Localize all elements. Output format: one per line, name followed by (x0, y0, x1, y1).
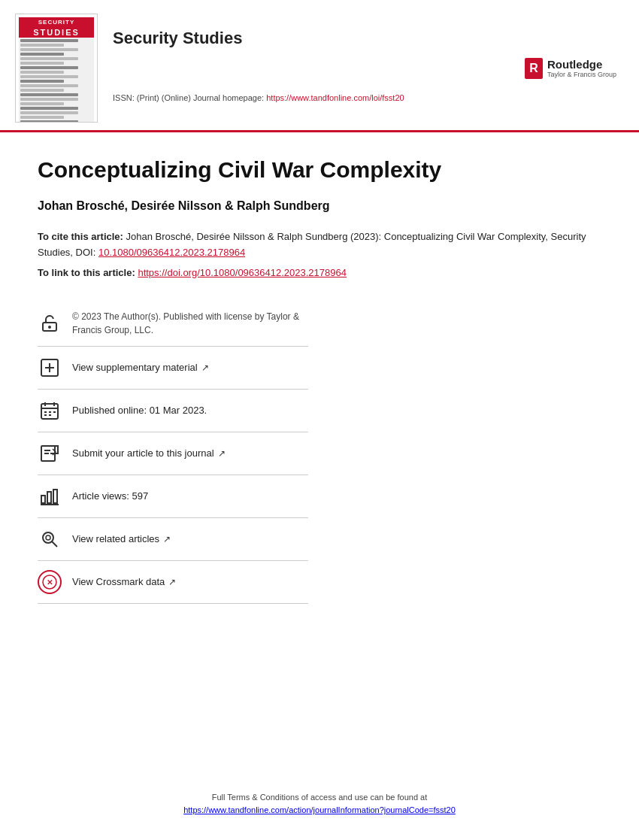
submit-icon (38, 441, 62, 465)
citation-block: To cite this article: Johan Brosché, Des… (38, 229, 601, 261)
info-section: © 2023 The Author(s). Published with lic… (38, 301, 308, 604)
header-center: Security Studies ISSN: (Print) (Online) … (113, 29, 404, 108)
supplementary-material-item[interactable]: View supplementary material ↗ (38, 347, 308, 390)
calendar-icon (38, 399, 62, 423)
journal-title: Security Studies (113, 29, 404, 48)
open-access-item: © 2023 The Author(s). Published with lic… (38, 301, 308, 347)
article-doi-link[interactable]: https://doi.org/10.1080/09636412.2023.21… (138, 267, 347, 278)
crossmark-icon: ✕ (38, 570, 62, 594)
link-to-article: To link to this article: https://doi.org… (38, 267, 601, 278)
page-header: SECURITY STUDIES (0, 0, 639, 132)
taylor-francis-label: Taylor & Francis Group (547, 71, 616, 78)
svg-rect-18 (47, 492, 51, 503)
supplementary-icon (38, 356, 62, 380)
crossmark-text: View Crossmark data ↗ (72, 576, 176, 587)
header-left: SECURITY STUDIES (15, 14, 404, 123)
footer-line2: https://www.tandfonline.com/action/journ… (0, 804, 639, 817)
crossmark-item[interactable]: ✕ View Crossmark data ↗ (38, 561, 308, 604)
svg-point-1 (49, 326, 50, 328)
supplementary-text: View supplementary material ↗ (72, 362, 209, 373)
related-articles-item[interactable]: View related articles ↗ (38, 518, 308, 561)
r-brand-icon: R (525, 58, 543, 79)
external-link-icon-4: ↗ (168, 577, 176, 587)
journal-cover-image: SECURITY STUDIES (15, 14, 98, 123)
routledge-brand-name: Routledge (547, 58, 616, 71)
svg-text:✕: ✕ (47, 578, 53, 587)
external-link-icon-2: ↗ (218, 448, 226, 459)
submit-article-item[interactable]: Submit your article to this journal ↗ (38, 432, 308, 475)
article-views-item: Article views: 597 (38, 475, 308, 518)
footer-line1: Full Terms & Conditions of access and us… (0, 791, 639, 805)
article-views-text: Article views: 597 (72, 490, 148, 502)
svg-rect-19 (53, 490, 57, 503)
bar-chart-icon (38, 484, 62, 508)
issn-info: ISSN: (Print) (Online) Journal homepage:… (113, 93, 404, 102)
external-link-icon-3: ↗ (163, 534, 171, 544)
svg-point-23 (46, 535, 50, 540)
published-date-text: Published online: 01 Mar 2023. (72, 405, 207, 416)
svg-line-22 (52, 541, 57, 547)
article-title: Conceptualizing Civil War Complexity (38, 155, 601, 184)
related-articles-icon (38, 527, 62, 551)
citation-label: To cite this article: (38, 231, 123, 242)
journal-homepage-link[interactable]: https://www.tandfonline.com/loi/fsst20 (266, 93, 404, 102)
citation-doi-link[interactable]: 10.1080/09636412.2023.2178964 (98, 247, 245, 258)
svg-rect-17 (41, 496, 45, 503)
page-footer: Full Terms & Conditions of access and us… (0, 791, 639, 817)
published-date-item: Published online: 01 Mar 2023. (38, 390, 308, 432)
link-label: To link to this article: (38, 267, 135, 278)
open-access-text: © 2023 The Author(s). Published with lic… (72, 310, 308, 337)
main-content: Conceptualizing Civil War Complexity Joh… (0, 132, 639, 626)
external-link-icon: ↗ (201, 362, 209, 373)
routledge-logo: R Routledge Taylor & Francis Group (525, 58, 616, 79)
article-authors: Johan Brosché, Desirée Nilsson & Ralph S… (38, 199, 601, 213)
svg-point-21 (43, 532, 53, 543)
footer-link[interactable]: https://www.tandfonline.com/action/journ… (183, 805, 456, 814)
open-access-icon (38, 311, 62, 335)
related-articles-text: View related articles ↗ (72, 533, 171, 544)
submit-article-text: Submit your article to this journal ↗ (72, 447, 226, 459)
